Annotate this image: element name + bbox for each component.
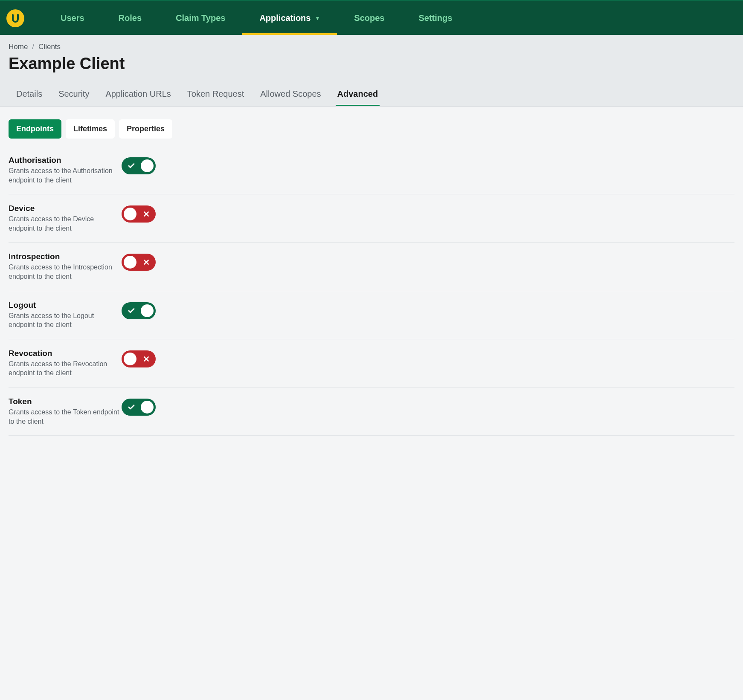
content: EndpointsLifetimesProperties Authorisati… [0, 107, 743, 448]
tab-allowed-scopes[interactable]: Allowed Scopes [258, 83, 322, 106]
setting-text: DeviceGrants access to the Device endpoi… [9, 204, 122, 233]
setting-description: Grants access to the Device endpoint to … [9, 214, 122, 233]
setting-label: Introspection [9, 252, 122, 261]
toggle-knob [124, 208, 136, 220]
nav-item-label: Scopes [354, 13, 384, 23]
toggle-device[interactable] [122, 205, 156, 223]
logo-icon [10, 13, 20, 23]
check-icon [128, 307, 135, 315]
toggle-authorisation[interactable] [122, 157, 156, 174]
tab-advanced[interactable]: Advanced [336, 83, 380, 106]
x-icon [143, 356, 150, 362]
setting-label: Token [9, 397, 122, 406]
check-icon [128, 403, 135, 411]
pill-properties[interactable]: Properties [119, 119, 172, 139]
logo[interactable] [6, 9, 24, 27]
settings-list: AuthorisationGrants access to the Author… [9, 156, 734, 436]
toggle-revocation[interactable] [122, 350, 156, 367]
toggle-knob [141, 401, 154, 414]
toggle-introspection[interactable] [122, 254, 156, 271]
setting-row-token: TokenGrants access to the Token endpoint… [9, 388, 734, 436]
nav-items: UsersRolesClaim TypesApplications▼Scopes… [44, 1, 469, 35]
nav-item-label: Settings [418, 13, 452, 23]
breadcrumb-separator: / [32, 43, 34, 51]
pill-lifetimes[interactable]: Lifetimes [66, 119, 115, 139]
breadcrumb-home[interactable]: Home [9, 43, 28, 51]
setting-text: RevocationGrants access to the Revocatio… [9, 349, 122, 378]
setting-label: Revocation [9, 349, 122, 358]
setting-row-logout: LogoutGrants access to the Logout endpoi… [9, 291, 734, 339]
setting-row-authorisation: AuthorisationGrants access to the Author… [9, 156, 734, 194]
nav-item-applications[interactable]: Applications▼ [242, 1, 337, 35]
setting-description: Grants access to the Authorisation endpo… [9, 166, 122, 185]
setting-description: Grants access to the Logout endpoint to … [9, 311, 122, 330]
top-nav: UsersRolesClaim TypesApplications▼Scopes… [0, 0, 743, 35]
tab-application-urls[interactable]: Application URLs [104, 83, 172, 106]
tab-details[interactable]: Details [15, 83, 44, 106]
chevron-down-icon: ▼ [315, 15, 320, 21]
setting-row-device: DeviceGrants access to the Device endpoi… [9, 194, 734, 243]
nav-item-scopes[interactable]: Scopes [337, 1, 401, 35]
check-icon [128, 162, 135, 170]
x-icon [143, 259, 150, 266]
pill-endpoints[interactable]: Endpoints [9, 119, 61, 139]
setting-text: LogoutGrants access to the Logout endpoi… [9, 301, 122, 330]
nav-item-settings[interactable]: Settings [401, 1, 469, 35]
setting-description: Grants access to the Revocation endpoint… [9, 359, 122, 378]
pill-group: EndpointsLifetimesProperties [9, 119, 734, 139]
setting-description: Grants access to the Token endpoint to t… [9, 408, 122, 426]
page-header: Home / Clients Example Client DetailsSec… [0, 35, 743, 107]
nav-item-claim-types[interactable]: Claim Types [159, 1, 242, 35]
svg-point-0 [17, 14, 19, 16]
setting-text: AuthorisationGrants access to the Author… [9, 156, 122, 185]
setting-row-introspection: IntrospectionGrants access to the Intros… [9, 243, 734, 291]
toggle-knob [124, 256, 136, 269]
toggle-token[interactable] [122, 399, 156, 416]
nav-item-users[interactable]: Users [44, 1, 102, 35]
setting-label: Device [9, 204, 122, 213]
nav-item-label: Applications [259, 13, 311, 23]
breadcrumb-clients[interactable]: Clients [38, 43, 61, 51]
breadcrumb: Home / Clients [9, 43, 734, 51]
setting-text: TokenGrants access to the Token endpoint… [9, 397, 122, 426]
toggle-knob [124, 353, 136, 365]
setting-label: Authorisation [9, 156, 122, 165]
setting-label: Logout [9, 301, 122, 310]
tabs: DetailsSecurityApplication URLsToken Req… [9, 83, 734, 106]
x-icon [143, 211, 150, 217]
toggle-knob [141, 304, 154, 317]
nav-item-roles[interactable]: Roles [102, 1, 159, 35]
tab-token-request[interactable]: Token Request [186, 83, 246, 106]
setting-text: IntrospectionGrants access to the Intros… [9, 252, 122, 281]
nav-item-label: Users [61, 13, 84, 23]
toggle-logout[interactable] [122, 302, 156, 319]
nav-item-label: Claim Types [176, 13, 225, 23]
tab-security[interactable]: Security [57, 83, 91, 106]
page-title: Example Client [9, 55, 734, 73]
setting-row-revocation: RevocationGrants access to the Revocatio… [9, 339, 734, 388]
toggle-knob [141, 159, 154, 172]
nav-item-label: Roles [119, 13, 142, 23]
setting-description: Grants access to the Introspection endpo… [9, 263, 122, 281]
